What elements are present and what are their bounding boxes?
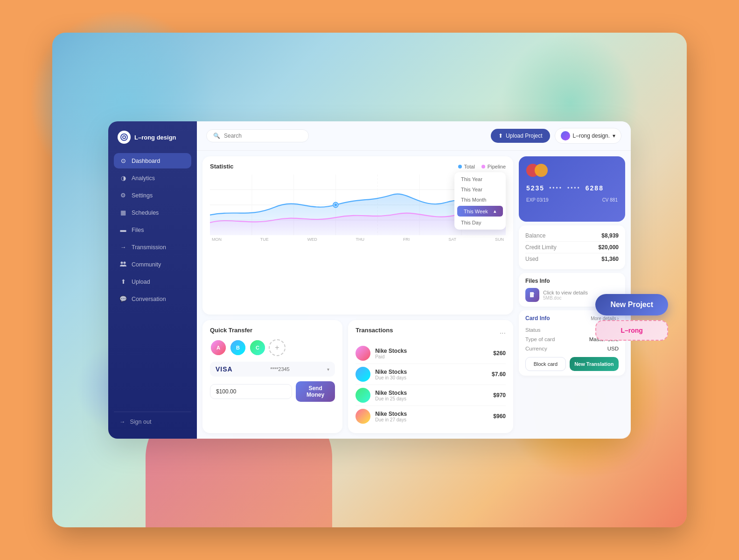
card-cv-label: CV 881 — [602, 197, 618, 203]
new-project-popup: New Project L–rong — [595, 294, 668, 341]
tx-left-4: Nike Stocks Due in 27 days — [356, 409, 407, 424]
dropdown-this-day[interactable]: This Day — [454, 217, 506, 228]
card-dots-2: •••• — [567, 185, 581, 191]
sidebar-item-schedules[interactable]: ▦ Schedules — [114, 205, 191, 220]
dropdown-label: This Year — [461, 176, 482, 182]
sidebar-item-settings[interactable]: ⚙ Settings — [114, 188, 191, 203]
tx-info-2: Nike Stocks Due in 30 days — [375, 369, 407, 380]
amount-input[interactable] — [210, 384, 292, 399]
transaction-item-4: Nike Stocks Due in 27 days $960 — [356, 406, 506, 427]
avatar-3[interactable]: C — [249, 339, 266, 356]
sidebar: L–rong design ⊙ Dashboard ◑ Analytics ⚙ … — [108, 121, 197, 439]
tx-left-3: Nike Stocks Due in 25 days — [356, 388, 407, 403]
chart-container: This Year This Year This Month This Week — [210, 175, 506, 235]
add-avatar-button[interactable]: + — [269, 339, 286, 356]
x-label-wed: WED — [307, 237, 317, 242]
visa-chevron-icon: ▾ — [327, 367, 329, 372]
dropdown-label: This Week — [464, 209, 488, 214]
dropdown-check-icon: ▴ — [494, 208, 496, 214]
card-number-display: ****2345 — [270, 366, 290, 372]
dropdown-this-week[interactable]: This Week ▴ — [457, 206, 503, 217]
transmission-icon: → — [119, 244, 127, 251]
sidebar-item-label: Conversation — [132, 296, 166, 302]
sidebar-item-label: Analytics — [132, 175, 155, 182]
tx-info-3: Nike Stocks Due in 25 days — [375, 390, 407, 401]
search-box[interactable]: 🔍 — [206, 129, 309, 142]
settings-icon: ⚙ — [119, 192, 127, 199]
block-card-button[interactable]: Block card — [525, 357, 566, 371]
upload-icon: ⬆ — [119, 278, 127, 285]
x-label-mon: MON — [212, 237, 222, 242]
sidebar-item-label: Schedules — [132, 210, 159, 216]
dropdown-this-year-1[interactable]: This Year — [454, 174, 506, 184]
sidebar-item-analytics[interactable]: ◑ Analytics — [114, 170, 191, 186]
search-input[interactable] — [224, 133, 302, 139]
svg-point-4 — [124, 262, 126, 264]
card-circle-orange — [535, 164, 548, 177]
more-options-icon[interactable]: ··· — [500, 329, 506, 337]
total-dot — [458, 165, 462, 168]
visa-row: VISA ****2345 ▾ — [210, 362, 335, 377]
legend-total: Total — [458, 164, 475, 169]
tx-status-1: Paid — [375, 354, 407, 359]
card-num-end: 6288 — [586, 184, 604, 192]
transfer-avatars: A B C + — [210, 339, 335, 356]
sidebar-item-dashboard[interactable]: ⊙ Dashboard — [114, 153, 191, 168]
logo-area: L–rong design — [114, 131, 191, 153]
chart-dropdown[interactable]: This Year This Year This Month This Week — [454, 172, 506, 230]
upload-project-button[interactable]: ⬆ Upload Project — [491, 129, 550, 143]
card-dots-1: •••• — [549, 185, 563, 191]
x-label-sat: SAT — [448, 237, 456, 242]
sidebar-item-upload[interactable]: ⬆ Upload — [114, 274, 191, 289]
avatar-1[interactable]: A — [210, 339, 227, 356]
sidebar-item-transmission[interactable]: → Transmission — [114, 239, 191, 255]
lrong-badge: L–rong — [595, 320, 668, 341]
statistic-panel: Statistic Total Pipeline — [202, 156, 513, 315]
file-name: Click to view details — [543, 290, 588, 295]
upload-arrow-icon: ⬆ — [498, 133, 503, 139]
sign-out-button[interactable]: → Sign out — [114, 412, 191, 429]
tx-avatar-4 — [356, 409, 370, 424]
sidebar-item-community[interactable]: Community — [114, 257, 191, 272]
nav-items: ⊙ Dashboard ◑ Analytics ⚙ Settings ▦ Sch… — [114, 153, 191, 408]
tx-status-3: Due in 25 days — [375, 396, 407, 401]
pipeline-dot — [481, 165, 485, 168]
tx-info-1: Nike Stocks Paid — [375, 348, 407, 359]
topbar: 🔍 ⬆ Upload Project L–rong design. ▾ — [197, 121, 631, 151]
card-numbers: 5235 •••• •••• 6288 — [526, 184, 618, 192]
x-label-tue: TUE — [260, 237, 269, 242]
dropdown-label: This Year — [461, 187, 482, 192]
avatar-2[interactable]: B — [230, 339, 246, 356]
sidebar-item-files[interactable]: ▬ Files — [114, 222, 191, 238]
new-translation-button[interactable]: New Translation — [570, 357, 619, 371]
user-menu-button[interactable]: L–rong design. ▾ — [555, 128, 621, 144]
sidebar-item-label: Upload — [132, 279, 150, 285]
tx-name-2: Nike Stocks — [375, 369, 407, 375]
user-name-label: L–rong design. — [573, 133, 610, 139]
send-money-button[interactable]: Send Money — [296, 381, 335, 402]
tx-name-4: Nike Stocks — [375, 411, 407, 417]
tx-avatar-3 — [356, 388, 370, 403]
sidebar-item-conversation[interactable]: 💬 Conversation — [114, 291, 191, 307]
tx-amount-2: $7.60 — [492, 371, 506, 378]
file-sub: 5MB.doc — [543, 295, 588, 301]
conversation-icon: 💬 — [119, 295, 127, 302]
dropdown-this-year-2[interactable]: This Year — [454, 184, 506, 195]
card-info-row-currency: Currency USD — [525, 344, 619, 353]
sidebar-item-label: Settings — [132, 192, 153, 199]
logo-icon — [118, 131, 131, 144]
dropdown-this-month[interactable]: This Month — [454, 195, 506, 205]
balance-label-3: Used — [525, 256, 538, 262]
info-label-type: Type of card — [525, 336, 555, 342]
transactions-title: Transactions — [356, 327, 393, 334]
tx-amount-4: $960 — [493, 413, 506, 420]
card-num-start: 5235 — [526, 184, 544, 192]
sidebar-item-label: Transmission — [132, 244, 166, 251]
content-area: Statistic Total Pipeline — [197, 151, 631, 439]
tx-left-2: Nike Stocks Due in 30 days — [356, 367, 407, 382]
dropdown-label: This Month — [461, 197, 486, 203]
main-content: 🔍 ⬆ Upload Project L–rong design. ▾ — [197, 121, 631, 439]
transaction-item-2: Nike Stocks Due in 30 days $7.60 — [356, 364, 506, 385]
balance-row-3: Used $1,360 — [525, 253, 619, 265]
new-project-button[interactable]: New Project — [595, 294, 668, 315]
